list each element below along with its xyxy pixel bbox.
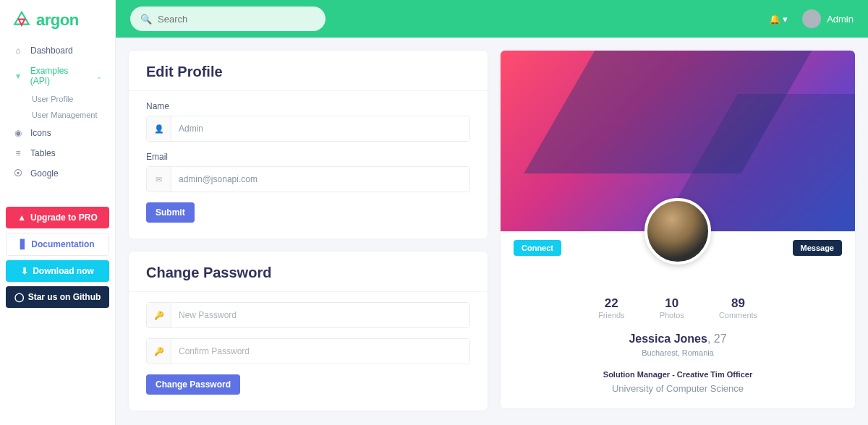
sidebar-item-label: Tables (30, 148, 56, 158)
doc-icon: ▋ (20, 239, 27, 249)
sidebar-item-dashboard[interactable]: ⌂ Dashboard (6, 40, 109, 61)
email-input[interactable] (171, 167, 469, 192)
search-icon: 🔍 (140, 14, 152, 25)
profile-stats: 22Friends 10Photos 89Comments (501, 296, 855, 319)
mail-icon: ✉ (147, 167, 171, 192)
user-menu[interactable]: Admin (802, 9, 854, 28)
brand-logo[interactable]: argon (0, 7, 115, 40)
confirm-password-input[interactable] (171, 339, 469, 364)
profile-card: Connect Message 22Friends 10Photos 89Com… (501, 51, 855, 408)
home-icon: ⌂ (13, 46, 23, 56)
chevron-down-icon: ⌄ (96, 72, 102, 80)
pin-icon: ⦿ (13, 168, 23, 179)
profile-avatar (644, 198, 711, 265)
profile-location: Bucharest, Romania (501, 348, 855, 357)
user-icon: 👤 (147, 116, 171, 141)
sidebar-sub-examples: User Profile User Management (6, 91, 109, 123)
topbar-right: 🔔 ▾ Admin (769, 9, 854, 28)
sidebar-item-label: Icons (30, 128, 51, 138)
main: 🔍 🔔 ▾ Admin Edit Profile Name 👤 (116, 0, 868, 425)
argon-logo-icon (12, 10, 32, 30)
email-label: Email (146, 152, 470, 162)
change-password-card: Change Password 🔑 🔑 Change Password (129, 252, 488, 411)
col-left: Edit Profile Name 👤 Email ✉ Submit (129, 51, 488, 411)
stat-photos: 10Photos (660, 296, 684, 319)
pwd-title: Change Password (146, 265, 470, 281)
sidebar-item-icons[interactable]: ◉ Icons (6, 123, 109, 143)
profile-info: Jessica Jones, 27 Bucharest, Romania Sol… (501, 332, 855, 394)
edit-title: Edit Profile (146, 64, 470, 80)
sidebar-nav: ⌂ Dashboard ▾ Examples (API) ⌄ User Prof… (0, 40, 115, 184)
new-password-input[interactable] (171, 303, 469, 327)
sidebar-sub-profile[interactable]: User Profile (26, 91, 109, 107)
profile-name: Jessica Jones, 27 (501, 332, 855, 345)
search-box[interactable]: 🔍 (130, 7, 326, 31)
submit-button[interactable]: Submit (146, 202, 195, 223)
brand-name: argon (36, 11, 79, 30)
sidebar-item-tables[interactable]: ≡ Tables (6, 143, 109, 163)
sidebar-item-label: Google (30, 168, 59, 179)
star-button[interactable]: ◯Star us on Github (6, 286, 109, 308)
app-icon: ▾ (13, 71, 23, 81)
name-label: Name (146, 101, 470, 111)
avatar-icon (802, 9, 821, 28)
search-input[interactable] (158, 14, 315, 25)
change-password-button[interactable]: Change Password (146, 374, 240, 395)
upgrade-button[interactable]: ▲Upgrade to PRO (6, 207, 109, 228)
docs-button[interactable]: ▋Documentation (6, 233, 109, 256)
col-right: Connect Message 22Friends 10Photos 89Com… (501, 51, 855, 411)
profile-edu: University of Computer Science (501, 383, 855, 394)
name-input[interactable] (171, 116, 469, 141)
user-name: Admin (827, 14, 854, 25)
list-icon: ≡ (13, 148, 23, 158)
download-button[interactable]: ⬇Download now (6, 260, 109, 282)
profile-role: Solution Manager - Creative Tim Officer (501, 370, 855, 379)
edit-profile-card: Edit Profile Name 👤 Email ✉ Submit (129, 51, 488, 239)
message-button[interactable]: Message (793, 240, 842, 256)
stat-friends: 22Friends (598, 296, 625, 319)
sidebar-item-label: Dashboard (30, 46, 73, 56)
planet-icon: ◉ (13, 128, 23, 138)
sidebar-item-google[interactable]: ⦿ Google (6, 163, 109, 184)
key-icon: 🔑 (147, 303, 171, 327)
topbar: 🔍 🔔 ▾ Admin (116, 0, 868, 38)
connect-button[interactable]: Connect (514, 240, 561, 256)
stat-comments: 89Comments (719, 296, 757, 319)
sidebar-item-examples[interactable]: ▾ Examples (API) ⌄ (6, 61, 109, 91)
content: Edit Profile Name 👤 Email ✉ Submit (116, 38, 868, 424)
sidebar-item-label: Examples (API) (30, 66, 89, 86)
key-icon: 🔑 (147, 339, 171, 364)
sidebar: argon ⌂ Dashboard ▾ Examples (API) ⌄ Use… (0, 0, 116, 425)
download-icon: ⬇ (21, 266, 28, 276)
sidebar-buttons: ▲Upgrade to PRO ▋Documentation ⬇Download… (0, 201, 115, 314)
github-icon: ◯ (14, 292, 24, 302)
bell-icon[interactable]: 🔔 ▾ (769, 14, 788, 25)
rocket-icon: ▲ (17, 212, 26, 223)
sidebar-sub-users[interactable]: User Management (26, 107, 109, 123)
